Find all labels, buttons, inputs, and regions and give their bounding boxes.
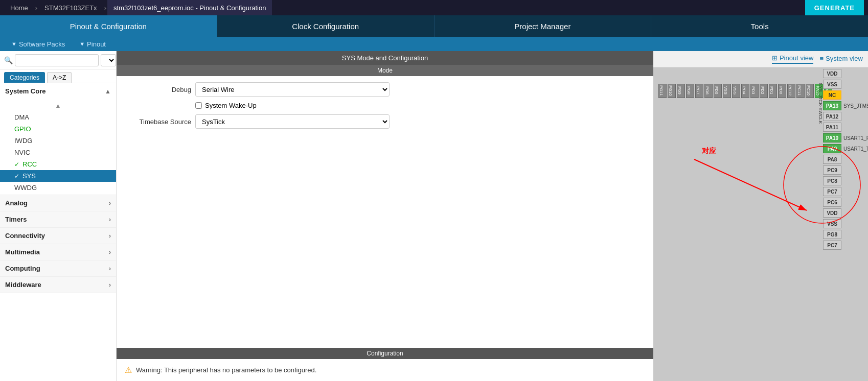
section-analog-header[interactable]: Analog › [0,195,116,211]
tab-project[interactable]: Project Manager [435,15,652,37]
pin-label-pa9: USART1_TX [843,146,868,152]
pin-vdd-2: VDD [823,208,867,218]
pin-box-nc[interactable]: NC [823,90,841,100]
generate-button[interactable]: GENERATE [805,0,864,15]
pin-box-vdd2[interactable]: VDD [823,208,841,218]
section-connectivity-header[interactable]: Connectivity › [0,228,116,244]
section-timers-header[interactable]: Timers › [0,211,116,227]
breadcrumb-arrow-2: › [104,4,106,12]
pin-box-pa9[interactable]: PA9 [823,144,841,153]
timebase-label: Timebase Source [125,118,191,126]
pin-pg8: PG8 [823,229,867,240]
top-pin-pd1: PD1 [769,84,777,98]
pin-pc6: PC6 [823,197,867,207]
pin-vss-1: VSS [823,79,867,89]
tab-categories[interactable]: Categories [4,72,45,83]
top-pin-pc10: PC10 [806,84,814,98]
sidebar-item-gpio[interactable]: GPIO [0,123,116,135]
section-computing-header[interactable]: Computing › [0,260,116,276]
tab-system-view[interactable]: ≡ System view [819,54,863,64]
home-nav[interactable]: Home [4,0,34,15]
sidebar-tab-row: Categories A->Z [0,70,116,83]
section-multimedia-header[interactable]: Multimedia › [0,244,116,260]
tab-tools[interactable]: Tools [651,15,868,37]
top-pins: PG11 PG10 PG9 PG8 PG7 PG6 PD0 [653,67,822,98]
top-pin-pc11: PC11 [796,84,805,98]
file-nav[interactable]: stm32f103zet6_eeprom.ioc - Pinout & Conf… [107,0,272,15]
sidebar-item-sys[interactable]: SYS [0,170,116,182]
search-dropdown[interactable] [101,54,116,66]
pin-box-pc7[interactable]: PC7 [823,187,841,196]
pin-pc7b: PC7 [823,240,867,250]
tab-clock[interactable]: Clock Configuration [217,15,435,37]
chip-area: PG11 PG10 PG9 PG8 PG7 PG6 PD0 [653,67,868,381]
chevron-down-icon: ▼ [11,41,17,47]
wakeup-row: System Wake-Up [125,102,645,109]
search-input[interactable] [15,54,99,66]
subtab-software-packs[interactable]: ▼ Software Packs [4,37,72,51]
chevron-right-icon: › [109,200,111,207]
sub-tabs: ▼ Software Packs ▼ Pinout [0,37,868,51]
sidebar-item-iwdg[interactable]: IWDG [0,135,116,147]
pin-box-pa10[interactable]: PA10 [823,133,841,142]
config-panel: SYS Mode and Configuration Mode Debug Se… [117,51,653,381]
sidebar-item-dma[interactable]: DMA [0,111,116,123]
pin-box-pc7b[interactable]: PC7 [823,241,841,250]
section-multimedia: Multimedia › [0,244,116,260]
tab-a-to-z[interactable]: A->Z [47,72,72,83]
right-panel: ⊞ Pinout view ≡ System view PG11 PG10 PG… [653,51,868,381]
chevron-right-icon: › [109,249,111,256]
sidebar-item-nvic[interactable]: NVIC [0,147,116,158]
pin-vss-2: VSS [823,219,867,229]
pin-label-pa13: SYS_JTMS-SWDIO [843,103,868,109]
pin-box-pg8[interactable]: PG8 [823,230,841,239]
top-pin-pd3: PD3 [750,84,759,98]
chevron-right-icon: › [109,265,111,272]
section-middleware-header[interactable]: Middleware › [0,277,116,293]
collapse-button[interactable]: ▲ [0,100,116,111]
pin-box-vss1[interactable]: VSS [823,80,841,89]
pin-pa10: PA10 USART1_RX [823,133,867,143]
wakeup-label: System Wake-Up [205,102,257,109]
pin-box-vss2[interactable]: VSS [823,219,841,228]
pin-box-pa8[interactable]: PA8 [823,155,841,164]
tab-pinout[interactable]: Pinout & Configuration [0,15,217,37]
top-pin-vss1: VSS [723,84,731,98]
pin-label-pa10: USART1_RX [843,135,868,141]
debug-row: Debug Serial Wire JTAG (5 pins) JTAG (4 … [125,82,645,97]
sidebar-item-rcc[interactable]: RCC [0,158,116,170]
wakeup-checkbox[interactable] [195,102,202,109]
top-pin-pd4: PD4 [741,84,749,98]
pin-pc8: PC8 [823,176,867,186]
pin-box-pc8[interactable]: PC8 [823,176,841,185]
pin-box-vdd1[interactable]: VDD [823,69,841,78]
pin-pa13: PA13 SYS_JTMS-SWDIO [823,101,867,111]
main-tabs: Pinout & Configuration Clock Configurati… [0,15,868,37]
subtab-pinout[interactable]: ▼ Pinout [72,37,113,51]
tab-pinout-view[interactable]: ⊞ Pinout view [772,54,813,64]
section-connectivity: Connectivity › [0,228,116,244]
sidebar: 🔍 ⚙ Categories A->Z System Core ▲ ▲ DMA … [0,51,117,381]
chevron-right-icon: › [109,216,111,223]
pin-pa8: PA8 [823,154,867,164]
svg-line-1 [694,159,807,210]
pin-box-pc6[interactable]: PC6 [823,198,841,207]
pin-pc7: PC7 [823,186,867,197]
section-analog: Analog › [0,195,116,211]
config-header: Configuration [117,348,653,359]
chevron-right-icon: › [109,281,111,289]
device-nav[interactable]: STM32F103ZETx [38,0,103,15]
section-system-core-header[interactable]: System Core ▲ [0,83,116,99]
debug-select[interactable]: Serial Wire JTAG (5 pins) JTAG (4 pins) … [195,82,390,97]
top-bar: Home › STM32F103ZETx › stm32f103zet6_eep… [0,0,868,15]
warning-text: Warning: This peripheral has no paramete… [136,366,316,374]
config-bottom: Configuration ⚠ Warning: This peripheral… [117,348,653,381]
timebase-select[interactable]: SysTick TIM1 TIM2 [195,114,390,129]
pin-box-pa12[interactable]: PA12 [823,112,841,121]
right-panel-tabs: ⊞ Pinout view ≡ System view [653,51,868,67]
sidebar-item-wwdg[interactable]: WWDG [0,182,116,194]
pin-box-pa13[interactable]: PA13 [823,101,841,110]
pin-box-pc9[interactable]: PC9 [823,165,841,175]
top-pin-pc12: PC12 [787,84,795,98]
pin-box-pa11[interactable]: PA11 [823,123,841,132]
